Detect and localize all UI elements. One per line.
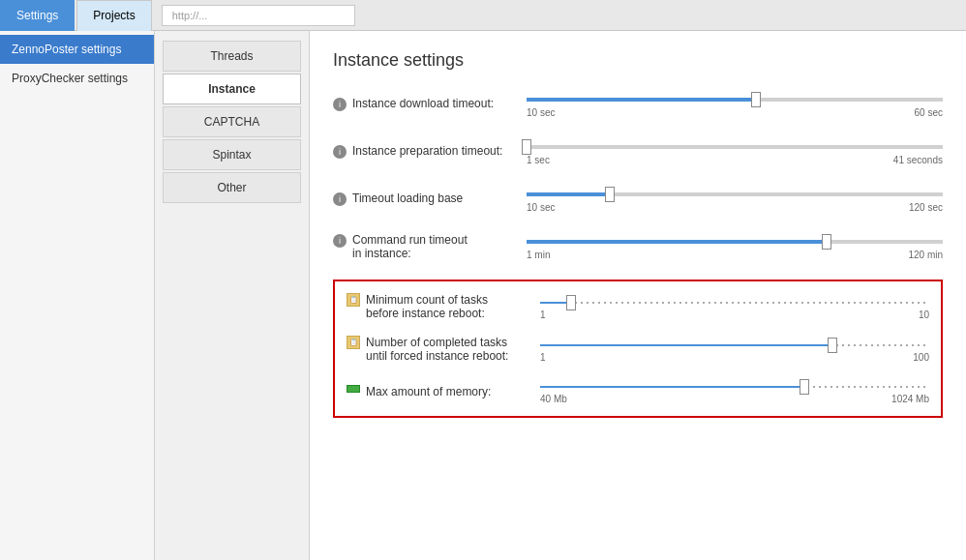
setting-row-command-timeout: i Command run timeoutin instance: 1 min …: [333, 232, 943, 260]
setting-row-prep-timeout: i Instance preparation timeout: 1 sec 41…: [333, 137, 943, 165]
task-icon-completed-tasks: 📋: [347, 336, 360, 349]
setting-row-loading-timeout: i Timeout loading base 10 sec 120 sec: [333, 185, 943, 213]
setting-label-download-timeout: i Instance download timeout:: [333, 97, 527, 111]
nav-item-spintax[interactable]: Spintax: [163, 139, 301, 170]
slider-labels-max-memory: 40 Mb 1024 Mb: [540, 394, 929, 404]
nav-item-captcha[interactable]: CAPTCHA: [163, 106, 301, 137]
page-title: Instance settings: [333, 50, 943, 71]
sidebar: ZennoPoster settings ProxyChecker settin…: [0, 31, 155, 560]
setting-label-loading-timeout: i Timeout loading base: [333, 192, 527, 206]
slider-completed-tasks[interactable]: 1 100: [540, 337, 929, 363]
setting-label-command-timeout: i Command run timeoutin instance:: [333, 233, 527, 260]
slider-track-max-memory: [540, 386, 929, 388]
nav-item-threads[interactable]: Threads: [163, 41, 301, 72]
setting-label-completed-tasks: 📋 Number of completed tasksuntil forced …: [347, 336, 540, 363]
slider-labels-download-timeout: 10 sec 60 sec: [527, 107, 943, 118]
info-icon-prep-timeout: i: [333, 145, 347, 159]
tab-projects[interactable]: Projects: [76, 0, 151, 31]
nav-item-instance[interactable]: Instance: [163, 74, 301, 104]
slider-track-prep-timeout: [527, 145, 943, 149]
tab-settings[interactable]: Settings: [0, 0, 75, 31]
slider-loading-timeout[interactable]: 10 sec 120 sec: [527, 185, 943, 213]
slider-min-tasks[interactable]: 1 10: [540, 294, 929, 320]
setting-row-download-timeout: i Instance download timeout: 10 sec 60 s…: [333, 90, 943, 118]
setting-row-max-memory: Max amount of memory: 40 Mb 1024 Mb: [347, 378, 929, 404]
slider-track-download-timeout: [527, 98, 943, 102]
content-area: Instance settings i Instance download ti…: [310, 31, 966, 560]
sidebar-item-zennoposter[interactable]: ZennoPoster settings: [0, 35, 154, 64]
setting-label-min-tasks: 📋 Minimum count of tasksbefore instance …: [347, 293, 540, 320]
main-layout: ZennoPoster settings ProxyChecker settin…: [0, 31, 966, 560]
top-bar: Settings Projects http://...: [0, 0, 966, 31]
slider-max-memory[interactable]: 40 Mb 1024 Mb: [540, 378, 929, 404]
info-icon-loading-timeout: i: [333, 192, 347, 206]
slider-track-loading-timeout: [527, 192, 943, 196]
setting-label-max-memory: Max amount of memory:: [347, 385, 540, 398]
regular-settings: i Instance download timeout: 10 sec 60 s…: [333, 90, 943, 260]
highlighted-settings-container: 📋 Minimum count of tasksbefore instance …: [347, 293, 929, 404]
task-icon-min-tasks: 📋: [347, 293, 360, 307]
nav-item-other[interactable]: Other: [163, 172, 301, 203]
slider-command-timeout[interactable]: 1 min 120 min: [527, 232, 943, 260]
slider-labels-completed-tasks: 1 100: [540, 352, 929, 363]
highlighted-section: 📋 Minimum count of tasksbefore instance …: [333, 280, 943, 418]
slider-labels-command-timeout: 1 min 120 min: [527, 250, 943, 260]
slider-track-command-timeout: [527, 240, 943, 244]
info-icon-command-timeout: i: [333, 234, 347, 248]
slider-prep-timeout[interactable]: 1 sec 41 seconds: [527, 137, 943, 165]
info-icon-download-timeout: i: [333, 98, 347, 111]
memory-icon-max-memory: [347, 385, 360, 393]
nav-panel: Threads Instance CAPTCHA Spintax Other: [155, 31, 310, 560]
url-bar: http://...: [162, 5, 355, 26]
slider-track-min-tasks: [540, 302, 929, 304]
sidebar-item-proxychecker[interactable]: ProxyChecker settings: [0, 64, 154, 93]
slider-labels-min-tasks: 1 10: [540, 309, 929, 320]
slider-labels-loading-timeout: 10 sec 120 sec: [527, 202, 943, 213]
slider-track-completed-tasks: [540, 344, 929, 346]
slider-labels-prep-timeout: 1 sec 41 seconds: [527, 155, 943, 165]
setting-row-completed-tasks: 📋 Number of completed tasksuntil forced …: [347, 336, 929, 363]
slider-download-timeout[interactable]: 10 sec 60 sec: [527, 90, 943, 118]
setting-row-min-tasks: 📋 Minimum count of tasksbefore instance …: [347, 293, 929, 320]
setting-label-prep-timeout: i Instance preparation timeout:: [333, 144, 527, 159]
